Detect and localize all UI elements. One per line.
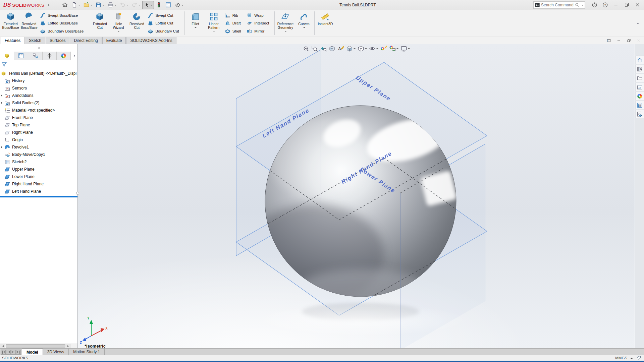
ribbon-reference-geometry-button[interactable]: ReferenceGeometry: [276, 11, 294, 36]
tag-icon[interactable]: [636, 355, 641, 361]
ribbon-wrap-button[interactable]: Wrap: [246, 12, 272, 19]
select-button[interactable]: [142, 1, 154, 9]
graphics-viewport[interactable]: Upper Plane Left Hand Plane Right Hand P…: [78, 44, 635, 348]
view-settings-button[interactable]: [400, 45, 411, 52]
ribbon-instant3d-button[interactable]: Instant3D: [316, 11, 334, 36]
search-commands-box[interactable]: [533, 1, 585, 9]
first-tab-button[interactable]: [1, 350, 6, 355]
ribbon-boundary-boss-base-button[interactable]: Boundary Boss/Base: [39, 27, 87, 35]
task-pane-view-palette-button[interactable]: [636, 83, 644, 91]
panel-tab-features-tree[interactable]: [0, 52, 14, 60]
bottom-tab-model[interactable]: Model: [22, 349, 43, 355]
panel-tab-overflow-button[interactable]: [71, 52, 77, 60]
ribbon-lofted-cut-button[interactable]: Lofted Cut: [147, 19, 182, 27]
scroll-right-button[interactable]: [66, 344, 71, 348]
panel-splitter[interactable]: [0, 44, 77, 52]
units-caret-icon[interactable]: [630, 356, 633, 359]
panel-tab-display-manager[interactable]: [57, 52, 71, 60]
ribbon-extruded-boss-base-button[interactable]: ExtrudedBoss/Base: [1, 11, 20, 36]
ribbon-extruded-cut-button[interactable]: ExtrudedCut: [91, 11, 109, 36]
search-input[interactable]: [541, 3, 574, 7]
expand-arrow[interactable]: [0, 146, 4, 148]
file-properties-button[interactable]: [164, 1, 173, 9]
view-orientation-button[interactable]: [345, 45, 356, 52]
task-pane-design-library-button[interactable]: [636, 65, 644, 73]
hide-show-items-button[interactable]: [368, 45, 379, 52]
tree-item-annotations[interactable]: Annotations: [0, 92, 77, 99]
print-button[interactable]: [106, 1, 118, 9]
task-pane-appearances-button[interactable]: [636, 92, 644, 100]
bottom-tab-3d-views[interactable]: 3D Views: [43, 349, 69, 355]
task-pane-home-button[interactable]: [636, 56, 644, 64]
ribbon-lofted-boss-base-button[interactable]: Lofted Boss/Base: [39, 19, 87, 27]
tree-item-solid-bodies-2[interactable]: Solid Bodies(2): [0, 99, 77, 107]
document-close-button[interactable]: [635, 37, 643, 44]
logo-flyout-arrow-icon[interactable]: [48, 4, 51, 6]
tab-evaluate[interactable]: Evaluate: [102, 37, 126, 44]
tab-surfaces[interactable]: Surfaces: [46, 37, 69, 44]
tree-item-sketch2[interactable]: Sketch2: [0, 158, 77, 166]
open-button[interactable]: [82, 1, 94, 9]
tab-sketch[interactable]: Sketch: [25, 37, 45, 44]
tree-filter[interactable]: [0, 60, 77, 68]
ribbon-swept-cut-button[interactable]: Swept Cut: [147, 12, 182, 19]
tree-item-material-not-specified[interactable]: Material <not specified>: [0, 107, 77, 114]
panel-tab-property-manager[interactable]: [14, 52, 28, 60]
scroll-left-button[interactable]: [0, 344, 5, 348]
document-panes-button[interactable]: [605, 37, 612, 44]
home-button[interactable]: [60, 1, 69, 9]
save-button[interactable]: [94, 1, 106, 9]
task-pane-file-explorer-button[interactable]: [636, 74, 644, 82]
restore-button[interactable]: [622, 1, 631, 9]
tree-item-revolve1[interactable]: Revolve1: [0, 143, 77, 151]
annotation-views-button[interactable]: [337, 45, 345, 52]
panel-tab-configurations[interactable]: [28, 52, 42, 60]
ribbon-intersect-button[interactable]: Intersect: [246, 19, 272, 27]
apply-scene-button[interactable]: [388, 45, 399, 52]
ribbon-rib-button[interactable]: Rib: [224, 12, 245, 19]
redo-button[interactable]: [130, 1, 142, 9]
ribbon-mirror-button[interactable]: Mirror: [246, 27, 272, 35]
ribbon-draft-button[interactable]: Draft: [224, 19, 245, 27]
tab-direct-editing[interactable]: Direct Editing: [70, 37, 102, 44]
ribbon-revolved-cut-button[interactable]: RevolvedCut: [127, 11, 146, 36]
ribbon-curves-button[interactable]: Curves: [294, 11, 313, 36]
tree-item-origin[interactable]: Origin: [0, 136, 77, 143]
tree-item-lower-plane[interactable]: Lower Plane: [0, 173, 77, 180]
new-button[interactable]: [70, 1, 82, 9]
units-selector[interactable]: MMGS: [615, 356, 627, 360]
tree-item-upper-plane[interactable]: Upper Plane: [0, 166, 77, 173]
undo-button[interactable]: [118, 1, 130, 9]
section-view-button[interactable]: [328, 45, 336, 52]
panel-tab-dimxpert[interactable]: [43, 52, 57, 60]
ribbon-revolved-boss-base-button[interactable]: RevolvedBoss/Base: [20, 11, 38, 36]
tree-item-top-plane[interactable]: Top Plane: [0, 121, 77, 129]
edit-appearance-button[interactable]: [380, 45, 388, 52]
tab-features[interactable]: Features: [1, 37, 24, 44]
tree-horizontal-scrollbar[interactable]: [0, 344, 77, 348]
ribbon-hole-wizard-button[interactable]: HoleWizard: [109, 11, 127, 36]
scrollbar-thumb[interactable]: [6, 344, 65, 348]
search-dropdown-caret-icon[interactable]: [582, 5, 584, 7]
account-button[interactable]: [590, 1, 599, 9]
display-style-button[interactable]: [357, 45, 368, 52]
ribbon-fillet-button[interactable]: Fillet: [186, 11, 205, 36]
previous-view-button[interactable]: [319, 45, 327, 52]
expand-arrow[interactable]: [0, 94, 4, 97]
panel-resize-handle[interactable]: [76, 192, 79, 195]
document-minimize-button[interactable]: [615, 37, 623, 44]
tree-item-front-plane[interactable]: Front Plane: [0, 114, 77, 121]
tree-item-body-move-copy1[interactable]: Body-Move/Copy1: [0, 151, 77, 158]
task-pane-custom-properties-button[interactable]: [636, 101, 644, 109]
next-tab-button[interactable]: [11, 350, 16, 355]
bottom-tab-motion-study-1[interactable]: Motion Study 1: [69, 349, 105, 355]
search-icon[interactable]: [575, 2, 580, 8]
previous-tab-button[interactable]: [6, 350, 11, 355]
ribbon-linear-pattern-button[interactable]: LinearPattern: [205, 11, 223, 36]
minimize-button[interactable]: [611, 1, 621, 9]
rebuild-button[interactable]: [154, 1, 163, 9]
ribbon-swept-boss-base-button[interactable]: Swept Boss/Base: [39, 12, 87, 19]
zoom-fit-button[interactable]: [302, 45, 310, 52]
task-pane-forum-button[interactable]: [636, 110, 644, 118]
tree-item-sensors[interactable]: Sensors: [0, 84, 77, 92]
